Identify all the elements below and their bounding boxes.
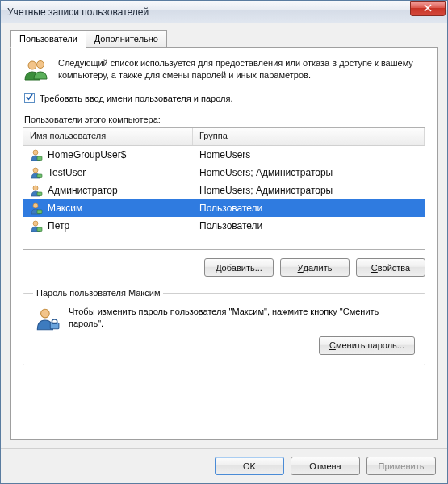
svg-rect-11 — [37, 227, 42, 232]
svg-point-10 — [33, 221, 38, 226]
cell-username: Петр — [23, 219, 193, 232]
properties-button[interactable]: Свойства — [356, 258, 425, 277]
tab-label: Пользователи — [19, 34, 77, 44]
column-header-name[interactable]: Имя пользователя — [23, 128, 193, 145]
require-login-row: Требовать ввод имени пользователя и паро… — [24, 93, 425, 103]
close-icon — [424, 4, 432, 14]
table-row[interactable]: HomeGroupUser$HomeUsers — [23, 146, 425, 164]
list-body: HomeGroupUser$HomeUsersTestUserHomeUsers… — [23, 146, 425, 235]
password-group-text: Чтобы изменить пароль пользователя "Макс… — [69, 306, 415, 330]
user-list-label: Пользователи этого компьютера: — [24, 115, 425, 124]
svg-point-1 — [37, 61, 44, 69]
table-row[interactable]: АдминистраторHomeUsers; Администраторы — [23, 182, 425, 199]
cell-username: HomeGroupUser$ — [23, 148, 193, 161]
ok-button[interactable]: OK — [215, 457, 284, 475]
svg-rect-9 — [37, 210, 42, 214]
svg-point-0 — [28, 61, 36, 69]
svg-point-6 — [33, 186, 38, 190]
window-title: Учетные записи пользователей — [7, 6, 410, 18]
tab-bar: Пользователи Дополнительно — [10, 30, 438, 48]
cell-group: HomeUsers; Администраторы — [193, 185, 425, 196]
list-header: Имя пользователя Группа — [23, 128, 425, 146]
password-group: Пароль пользователя Максим — [23, 288, 425, 365]
cell-group: Пользователи — [193, 220, 425, 232]
intro-text: Следующий список используется для предос… — [58, 57, 425, 85]
svg-point-12 — [41, 309, 50, 318]
cell-username: TestUser — [23, 166, 193, 179]
tab-panel-users: Следующий список используется для предос… — [10, 47, 438, 440]
table-row[interactable]: TestUserHomeUsers; Администраторы — [23, 164, 425, 182]
cell-username: Администратор — [23, 184, 193, 197]
intro-section: Следующий список используется для предос… — [23, 57, 425, 85]
dialog-footer: OK Отмена Применить — [1, 448, 447, 483]
change-password-button[interactable]: Сменить пароль... — [319, 336, 415, 355]
cell-group: HomeUsers — [193, 149, 425, 161]
tab-label: Дополнительно — [94, 34, 158, 44]
dialog-window: Учетные записи пользователей Пользовател… — [0, 0, 448, 484]
remove-button[interactable]: Удалить — [280, 258, 350, 277]
cell-username: Максим — [23, 202, 193, 215]
svg-point-2 — [33, 150, 38, 155]
svg-rect-5 — [37, 174, 42, 178]
users-group-icon — [23, 75, 48, 85]
apply-button: Применить — [366, 457, 436, 475]
table-row[interactable]: МаксимПользователи — [23, 199, 425, 217]
cancel-button[interactable]: Отмена — [291, 457, 360, 475]
user-icon — [30, 166, 43, 179]
user-icon — [30, 219, 43, 232]
list-buttons: Добавить... Удалить Свойства — [23, 258, 425, 277]
require-login-label[interactable]: Требовать ввод имени пользователя и паро… — [40, 94, 233, 103]
column-header-group[interactable]: Группа — [193, 128, 425, 145]
cell-group: HomeUsers; Администраторы — [193, 167, 425, 178]
user-password-icon — [33, 325, 61, 335]
svg-point-4 — [33, 168, 38, 173]
table-row[interactable]: ПетрПользователи — [23, 217, 425, 235]
tab-users[interactable]: Пользователи — [10, 30, 86, 48]
svg-rect-3 — [37, 156, 42, 161]
user-icon — [30, 184, 43, 197]
close-button[interactable] — [410, 1, 446, 16]
password-group-legend: Пароль пользователя Максим — [33, 288, 163, 298]
cell-group: Пользователи — [193, 202, 425, 214]
svg-rect-7 — [37, 192, 42, 196]
svg-point-8 — [33, 203, 38, 208]
add-button[interactable]: Добавить... — [204, 258, 274, 277]
user-list[interactable]: Имя пользователя Группа HomeGroupUser$Ho… — [23, 127, 425, 250]
user-icon — [30, 202, 43, 215]
checkmark-icon — [25, 93, 34, 103]
user-icon — [30, 148, 43, 161]
tab-advanced[interactable]: Дополнительно — [86, 30, 167, 48]
require-login-checkbox[interactable] — [24, 93, 35, 103]
titlebar: Учетные записи пользователей — [1, 1, 447, 23]
content-area: Пользователи Дополнительно — [1, 23, 447, 448]
